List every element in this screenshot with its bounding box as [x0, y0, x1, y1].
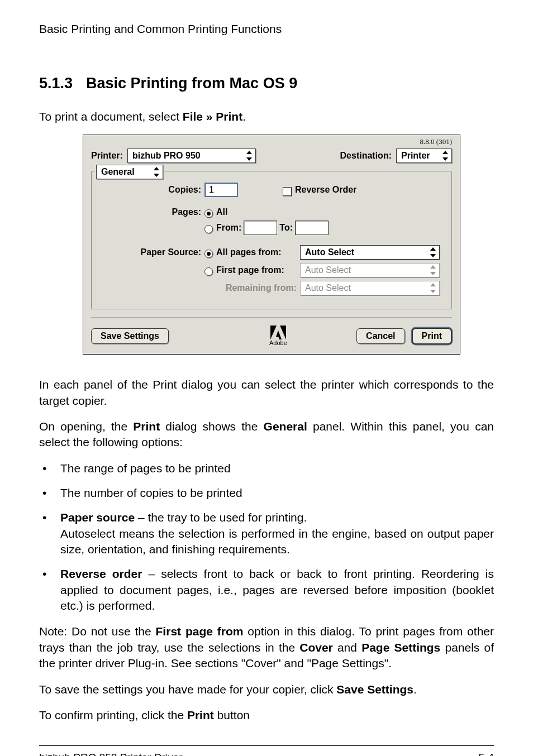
page-footer: bizhub PRO 950 Printer Driver 5-4 — [39, 745, 494, 756]
cancel-button[interactable]: Cancel — [356, 328, 404, 344]
printer-value: bizhub PRO 950 — [132, 151, 201, 161]
updown-arrows-icon — [441, 150, 449, 161]
ps-allpages-select[interactable]: Auto Select — [300, 245, 440, 260]
pages-to-label: To: — [279, 223, 293, 233]
adobe-logo: Adobe — [269, 326, 287, 346]
intro-suffix: . — [242, 110, 246, 123]
list-item: Reverse order – selects front to back or… — [39, 566, 494, 614]
reverse-order-label: Reverse Order — [295, 185, 356, 195]
papersource-label: Paper Source: — [98, 247, 204, 257]
pages-from-input[interactable] — [244, 221, 277, 235]
updown-arrows-icon — [245, 150, 253, 161]
adobe-text: Adobe — [269, 339, 287, 346]
panel-select[interactable]: General — [96, 165, 163, 179]
ps-allpages-label: All pages from: — [216, 247, 300, 257]
list-item: Paper source – the tray to be used for p… — [39, 510, 494, 557]
footer-left: bizhub PRO 950 Printer Driver — [39, 752, 183, 756]
print-button[interactable]: Print — [412, 328, 452, 344]
paragraph-2: On opening, the Print dialog shows the G… — [39, 419, 494, 451]
options-list: The range of pages to be printed The num… — [39, 461, 494, 614]
ps-first-value: Auto Select — [305, 265, 351, 275]
pages-from-label: From: — [216, 223, 241, 233]
updown-arrows-icon — [429, 247, 437, 258]
updown-arrows-icon — [429, 283, 437, 294]
section-title: Basic Printing from Mac OS 9 — [86, 75, 297, 92]
pages-to-input[interactable] — [295, 221, 329, 235]
list-item: The number of copies to be printed — [39, 485, 494, 501]
ps-remaining-select: Auto Select — [300, 281, 440, 295]
page-header: Basic Printing and Common Printing Funct… — [39, 22, 494, 36]
copies-input[interactable] — [204, 183, 238, 197]
destination-value: Printer — [401, 151, 430, 161]
updown-arrows-icon — [153, 166, 160, 178]
paragraph-5: To confirm printing, click the Print but… — [39, 707, 494, 723]
adobe-logo-icon — [270, 326, 286, 339]
printer-label: Printer: — [91, 151, 123, 161]
printer-select[interactable]: bizhub PRO 950 — [127, 149, 256, 163]
ps-first-label: First page from: — [216, 265, 300, 275]
paragraph-3: Note: Do not use the First page from opt… — [39, 624, 494, 671]
save-settings-button[interactable]: Save Settings — [91, 328, 169, 344]
ps-first-radio[interactable] — [204, 267, 213, 276]
ps-allpages-radio[interactable] — [204, 250, 213, 258]
pages-all-radio[interactable] — [204, 209, 213, 218]
pages-label: Pages: — [98, 207, 204, 217]
ps-first-select: Auto Select — [300, 263, 440, 277]
updown-arrows-icon — [429, 265, 437, 276]
footer-right: 5-4 — [479, 752, 494, 756]
intro-bold: File » Print — [183, 110, 242, 123]
section-number: 5.1.3 — [39, 75, 73, 92]
print-dialog: 8.8.0 (301) Printer: bizhub PRO 950 Dest… — [83, 135, 460, 355]
section-heading: 5.1.3Basic Printing from Mac OS 9 — [39, 75, 494, 92]
reverse-order-checkbox[interactable] — [283, 187, 292, 196]
paragraph-1: In each panel of the Print dialog you ca… — [39, 377, 494, 409]
general-fieldset: General Copies: Reverse Order Pages: All… — [91, 171, 452, 309]
dialog-version: 8.8.0 (301) — [420, 137, 452, 146]
pages-from-radio[interactable] — [204, 225, 213, 233]
list-item: The range of pages to be printed — [39, 461, 494, 476]
ps-remaining-label: Remaining from: — [216, 283, 300, 293]
intro-prefix: To print a document, select — [39, 110, 183, 123]
copies-label: Copies: — [98, 185, 204, 195]
ps-remaining-value: Auto Select — [305, 283, 351, 293]
intro-line: To print a document, select File » Print… — [39, 109, 494, 125]
panel-value: General — [101, 167, 135, 177]
pages-all-label: All — [216, 207, 227, 217]
ps-allpages-value: Auto Select — [305, 247, 354, 257]
destination-label: Destination: — [340, 151, 392, 161]
paragraph-4: To save the settings you have made for y… — [39, 682, 494, 697]
destination-select[interactable]: Printer — [396, 149, 452, 163]
